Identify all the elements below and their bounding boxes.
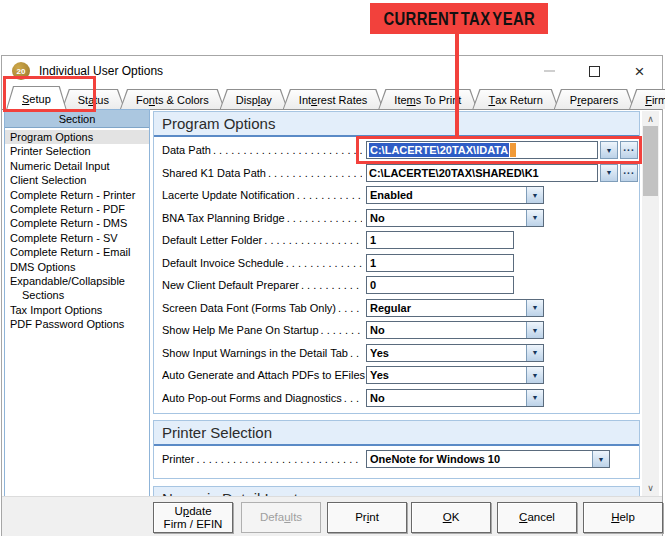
row-screen-data-font: Screen Data Font (Forms Tab Only). . . .… bbox=[162, 299, 639, 317]
ok-button[interactable]: OK bbox=[411, 502, 491, 533]
tab-preparers[interactable]: Preparers bbox=[554, 89, 634, 109]
sidebar-item-complete-return-printer[interactable]: Complete Return - Printer bbox=[5, 188, 149, 202]
show-input-warnings-label: Show Input Warnings in the Detail Tab. .… bbox=[162, 347, 366, 359]
default-letter-folder-input[interactable]: 1 bbox=[366, 231, 514, 249]
bna-bridge-label: BNA Tax Planning Bridge. . . . . . . . .… bbox=[162, 212, 366, 224]
dot-leader: . . . . . . . . . . . . . . . . . . . . … bbox=[297, 189, 362, 201]
sidebar-item-program-options[interactable]: Program Options bbox=[5, 130, 149, 144]
sidebar-item-tax-import-options[interactable]: Tax Import Options bbox=[5, 303, 149, 317]
row-data-path: Data Path. . . . . . . . . . . . . . . .… bbox=[162, 141, 639, 159]
default-letter-folder-label: Default Letter Folder. . . . . . . . . .… bbox=[162, 234, 366, 246]
dot-leader: . . . . . . . . . . . . . . . . . . . . … bbox=[268, 167, 362, 179]
combo-dropdown-button[interactable]: ▼ bbox=[526, 390, 543, 406]
screen-data-font-label: Screen Data Font (Forms Tab Only). . . .… bbox=[162, 302, 366, 314]
row-printer: Printer. . . . . . . . . . . . . . . . .… bbox=[162, 450, 639, 468]
sidebar-item-dms-options[interactable]: DMS Options bbox=[5, 260, 149, 274]
title-bar: 20 Individual User Options × bbox=[2, 56, 662, 86]
scroll-down-button[interactable]: ∨ bbox=[642, 480, 659, 496]
sidebar-item-complete-return-pdf[interactable]: Complete Return - PDF bbox=[5, 202, 149, 216]
help-button[interactable]: Help bbox=[583, 502, 663, 533]
combo-dropdown-button[interactable]: ▼ bbox=[526, 300, 543, 316]
combo-dropdown-button[interactable]: ▼ bbox=[526, 367, 543, 383]
printer-select[interactable]: OneNote for Windows 10▼ bbox=[366, 450, 610, 468]
tab-interest-rates[interactable]: Interest Rates bbox=[283, 89, 384, 109]
auto-generate-pdfs-select[interactable]: Yes▼ bbox=[366, 366, 544, 384]
update-firm-efin-button[interactable]: Update Firm / EFIN bbox=[153, 502, 233, 533]
dot-leader: . . . . . . . . . . . . . . . . . . . . … bbox=[287, 212, 362, 224]
tab-display[interactable]: Display bbox=[220, 89, 288, 109]
row-shared-k1-data-path: Shared K1 Data Path. . . . . . . . . . .… bbox=[162, 164, 639, 182]
dot-leader: . . . . . . . . . . . . . . . . . . . . … bbox=[344, 392, 362, 404]
sidebar-item-client-selection[interactable]: Client Selection bbox=[5, 173, 149, 187]
text-cursor bbox=[510, 143, 516, 157]
lacerte-update-label: Lacerte Update Notification. . . . . . .… bbox=[162, 189, 366, 201]
shared-k1-browse-button[interactable]: ... bbox=[620, 164, 638, 182]
chevron-down-icon: ▼ bbox=[606, 169, 613, 176]
tab-setup[interactable]: Setup bbox=[6, 86, 67, 110]
chevron-down-icon: ▼ bbox=[606, 147, 613, 154]
tab-tax-return[interactable]: Tax Return bbox=[472, 89, 558, 109]
lacerte-update-notification-select[interactable]: Enabled▼ bbox=[366, 186, 544, 204]
scrollbar-thumb[interactable] bbox=[643, 126, 658, 196]
data-path-value: C:\LACERTE\20TAX\IDATA bbox=[369, 143, 509, 157]
chevron-down-icon: ▼ bbox=[532, 394, 539, 401]
printer-selection-fields: Printer. . . . . . . . . . . . . . . . .… bbox=[154, 446, 639, 468]
scroll-up-button[interactable]: ∧ bbox=[642, 111, 659, 127]
data-path-browse-button[interactable]: ... bbox=[620, 141, 638, 159]
shared-k1-input[interactable]: C:\LACERTE\20TAX\SHARED\K1 bbox=[366, 164, 598, 182]
tab-strip: Setup Status Fonts & Colors Display Inte… bbox=[2, 86, 662, 110]
vertical-scrollbar[interactable]: ∧ ∨ bbox=[642, 111, 659, 496]
data-path-input[interactable]: C:\LACERTE\20TAX\IDATA bbox=[366, 141, 598, 159]
sidebar-item-expandable-collapsible-sections[interactable]: Expandable/Collapsible Sections bbox=[5, 274, 149, 303]
row-bna-tax-planning-bridge: BNA Tax Planning Bridge. . . . . . . . .… bbox=[162, 209, 639, 227]
sidebar-item-pdf-password-options[interactable]: PDF Password Options bbox=[5, 317, 149, 331]
program-options-fields: Data Path. . . . . . . . . . . . . . . .… bbox=[154, 137, 639, 407]
show-help-me-pane-label: Show Help Me Pane On Startup. . . . . . … bbox=[162, 324, 366, 336]
combo-dropdown-button[interactable]: ▼ bbox=[526, 322, 543, 338]
tab-fonts-colors[interactable]: Fonts & Colors bbox=[120, 89, 225, 109]
sidebar-item-printer-selection[interactable]: Printer Selection bbox=[5, 144, 149, 158]
default-invoice-schedule-input[interactable]: 1 bbox=[366, 254, 514, 272]
new-client-default-preparer-input[interactable]: 0 bbox=[366, 276, 514, 294]
auto-popout-forms-select[interactable]: No▼ bbox=[366, 389, 544, 407]
combo-dropdown-button[interactable]: ▼ bbox=[526, 187, 543, 203]
bna-tax-planning-bridge-select[interactable]: No▼ bbox=[366, 209, 544, 227]
row-auto-popout-forms: Auto Pop-out Forms and Diagnostics. . . … bbox=[162, 389, 639, 407]
sidebar-item-complete-return-email[interactable]: Complete Return - Email bbox=[5, 245, 149, 259]
sidebar-item-numeric-detail-input[interactable]: Numeric Detail Input bbox=[5, 159, 149, 173]
maximize-button[interactable] bbox=[572, 56, 617, 86]
cancel-button[interactable]: Cancel bbox=[497, 502, 577, 533]
window-title: Individual User Options bbox=[39, 64, 163, 78]
combo-dropdown-button[interactable]: ▼ bbox=[592, 451, 609, 467]
row-show-input-warnings: Show Input Warnings in the Detail Tab. .… bbox=[162, 344, 639, 362]
app-icon: 20 bbox=[12, 62, 30, 80]
row-auto-generate-pdfs: Auto Generate and Attach PDFs to EFiles.… bbox=[162, 366, 639, 384]
shared-k1-dropdown-button[interactable]: ▼ bbox=[600, 164, 618, 182]
auto-popout-forms-label: Auto Pop-out Forms and Diagnostics. . . … bbox=[162, 392, 366, 404]
defaults-button: Defaults bbox=[241, 502, 321, 533]
print-button[interactable]: Print bbox=[327, 502, 407, 533]
combo-dropdown-button[interactable]: ▼ bbox=[526, 345, 543, 361]
row-new-client-default-preparer: New Client Default Preparer. . . . . . .… bbox=[162, 276, 639, 294]
show-input-warnings-select[interactable]: Yes▼ bbox=[366, 344, 544, 362]
sidebar-item-complete-return-sv[interactable]: Complete Return - SV bbox=[5, 231, 149, 245]
data-path-dropdown-button[interactable]: ▼ bbox=[600, 141, 618, 159]
close-icon: × bbox=[635, 63, 645, 80]
sidebar-item-complete-return-dms[interactable]: Complete Return - DMS bbox=[5, 216, 149, 230]
dot-leader: . . . . . . . . . . . . . . . . . . . . … bbox=[338, 302, 362, 314]
minimize-button[interactable] bbox=[527, 56, 572, 86]
screen-data-font-select[interactable]: Regular▼ bbox=[366, 299, 544, 317]
auto-generate-pdfs-label: Auto Generate and Attach PDFs to EFiles.… bbox=[162, 369, 366, 381]
tab-status[interactable]: Status bbox=[62, 89, 125, 109]
chevron-down-icon: ▼ bbox=[532, 327, 539, 334]
row-default-letter-folder: Default Letter Folder. . . . . . . . . .… bbox=[162, 231, 639, 249]
combo-dropdown-button[interactable]: ▼ bbox=[526, 210, 543, 226]
close-button[interactable]: × bbox=[617, 56, 662, 86]
tab-items-to-print[interactable]: Items To Print bbox=[378, 89, 477, 109]
tab-firm-info[interactable]: Firm Info bbox=[629, 89, 665, 109]
show-help-me-pane-select[interactable]: No▼ bbox=[366, 321, 544, 339]
dot-leader: . . . . . . . . . . . . . . . . . . . . … bbox=[286, 257, 362, 269]
default-invoice-schedule-label: Default Invoice Schedule. . . . . . . . … bbox=[162, 257, 366, 269]
individual-user-options-dialog: 20 Individual User Options × Setup Statu… bbox=[1, 55, 663, 536]
dot-leader: . . . . . . . . . . . . . . . . . . . . … bbox=[196, 453, 362, 465]
